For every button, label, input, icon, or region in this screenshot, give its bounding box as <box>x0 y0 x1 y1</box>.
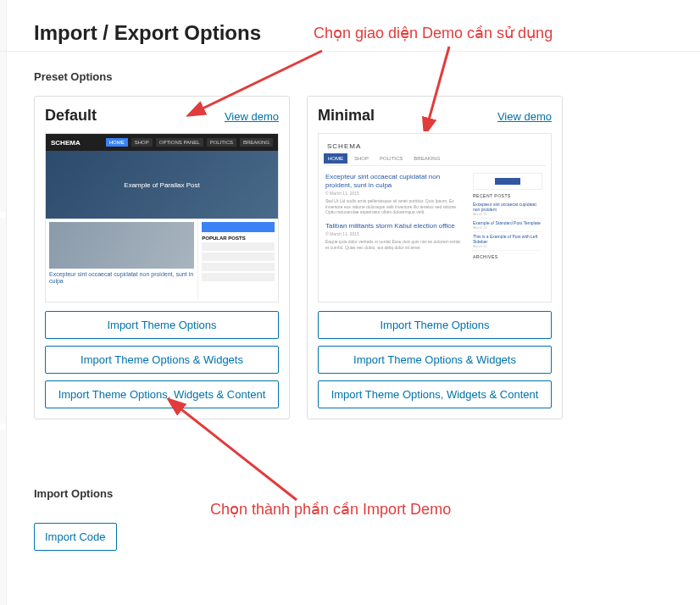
import-theme-options-widgets-minimal[interactable]: Import Theme Options & Widgets <box>318 346 552 374</box>
preset-header: Default View demo <box>45 107 279 125</box>
view-demo-link-minimal[interactable]: View demo <box>497 110 552 123</box>
preset-title-default: Default <box>45 107 97 125</box>
import-theme-options-widgets-content-minimal[interactable]: Import Theme Options, Widgets & Content <box>318 380 552 408</box>
thumb-brand: SCHEMA <box>324 139 546 153</box>
main-container: Import / Export Options Preset Options D… <box>0 0 700 572</box>
import-options-label: Import Options <box>34 487 666 500</box>
view-demo-link-default[interactable]: View demo <box>225 110 279 123</box>
import-theme-options-widgets-content-default[interactable]: Import Theme Options, Widgets & Content <box>45 380 279 408</box>
preset-header: Minimal View demo <box>318 107 552 125</box>
import-options-section: Import Options Import Code <box>34 487 666 551</box>
preset-thumbnail-default[interactable]: SCHEMA HOMESHOPOPTIONS PANELPOLITICSBREA… <box>45 133 279 302</box>
page-title: Import / Export Options <box>34 21 666 45</box>
import-theme-options-minimal[interactable]: Import Theme Options <box>318 311 552 339</box>
divider <box>0 51 700 52</box>
preset-thumbnail-minimal[interactable]: SCHEMA HOMESHOPPOLITICSBREAKING Excepteu… <box>318 133 552 302</box>
preset-card-minimal: Minimal View demo SCHEMA HOMESHOPPOLITIC… <box>307 96 563 419</box>
import-code-button[interactable]: Import Code <box>34 523 117 551</box>
preset-title-minimal: Minimal <box>318 107 375 125</box>
preset-options-label: Preset Options <box>34 70 666 83</box>
presets-row: Default View demo SCHEMA HOMESHOPOPTIONS… <box>34 96 666 419</box>
import-theme-options-widgets-default[interactable]: Import Theme Options & Widgets <box>45 346 279 374</box>
thumb-brand: SCHEMA <box>51 139 81 147</box>
import-theme-options-default[interactable]: Import Theme Options <box>45 311 279 339</box>
preset-card-default: Default View demo SCHEMA HOMESHOPOPTIONS… <box>34 96 290 419</box>
thumb-hero: Example of Parallax Post <box>46 151 278 219</box>
